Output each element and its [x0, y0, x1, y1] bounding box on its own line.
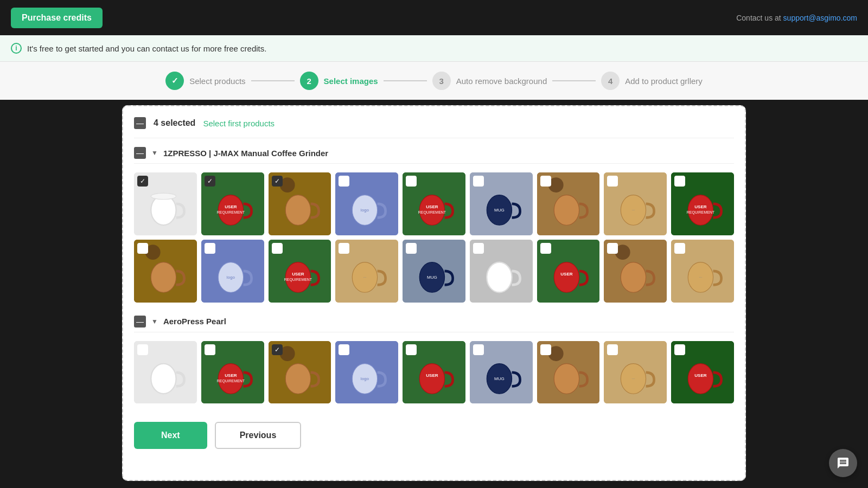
image-item[interactable]: USER REQUIREMENT — [201, 341, 264, 404]
image-checkbox[interactable] — [339, 344, 349, 355]
image-item[interactable] — [470, 240, 533, 303]
image-checkbox[interactable] — [205, 176, 215, 187]
image-item[interactable] — [134, 240, 197, 303]
image-checkbox[interactable] — [473, 344, 484, 355]
svg-point-49 — [554, 262, 579, 292]
product-header-2: — ▼ AeroPress Pearl — [134, 316, 734, 332]
image-item[interactable]: MUG — [470, 172, 533, 235]
image-item[interactable]: USER REQUIREMENT — [269, 240, 331, 303]
image-item[interactable] — [269, 341, 331, 404]
image-checkbox[interactable] — [272, 344, 283, 355]
contact-info: Contact us at support@asgimo.com — [736, 14, 857, 22]
image-checkbox[interactable] — [607, 344, 618, 355]
svg-text:USER: USER — [694, 204, 707, 209]
image-item[interactable] — [134, 172, 197, 235]
image-item[interactable]: ··· — [604, 172, 667, 235]
step-2-label: Select images — [324, 76, 378, 86]
next-button[interactable]: Next — [134, 422, 207, 449]
step-3-circle: 3 — [432, 72, 451, 90]
svg-text:···: ··· — [363, 275, 367, 279]
image-item[interactable] — [537, 172, 600, 235]
image-item[interactable] — [134, 341, 197, 404]
image-checkbox[interactable] — [607, 243, 618, 254]
product-1-toggle-button[interactable]: — — [134, 147, 146, 159]
image-item[interactable] — [537, 341, 600, 404]
product-1-image-grid-row2: logo USER REQUIREMENT — [134, 240, 734, 303]
step-4-label: Add to product grllery — [625, 76, 703, 86]
image-item[interactable] — [604, 240, 667, 303]
main-content: — 4 selected Select first products — ▼ 1… — [0, 100, 868, 486]
svg-point-2 — [151, 193, 176, 200]
image-checkbox[interactable] — [272, 243, 283, 254]
image-checkbox[interactable] — [137, 176, 148, 187]
image-item[interactable]: ··· — [335, 240, 398, 303]
image-checkbox[interactable] — [339, 243, 349, 254]
image-checkbox[interactable] — [674, 344, 685, 355]
image-checkbox[interactable] — [406, 243, 417, 254]
image-checkbox[interactable] — [137, 243, 148, 254]
image-item[interactable]: USER — [537, 240, 600, 303]
image-checkbox[interactable] — [540, 344, 551, 355]
svg-point-8 — [285, 195, 310, 226]
image-item[interactable]: USER REQUIREMENT — [671, 172, 734, 235]
chat-button[interactable] — [829, 449, 857, 477]
selection-bar: — 4 selected Select first products — [134, 117, 734, 138]
svg-text:MUG: MUG — [427, 275, 437, 280]
image-checkbox[interactable] — [473, 176, 484, 187]
image-checkbox[interactable] — [406, 176, 417, 187]
svg-text:REQUIREMENT: REQUIREMENT — [284, 278, 312, 282]
chevron-down-icon-2: ▼ — [151, 318, 158, 325]
image-checkbox[interactable] — [674, 243, 685, 254]
svg-text:MUG: MUG — [494, 208, 505, 213]
svg-text:···: ··· — [632, 376, 635, 380]
svg-text:USER: USER — [426, 373, 438, 378]
image-checkbox[interactable] — [540, 176, 551, 187]
image-item[interactable]: USER — [671, 341, 734, 404]
select-first-products-link[interactable]: Select first products — [203, 119, 275, 128]
image-checkbox[interactable] — [540, 243, 551, 254]
svg-text:REQUIREMENT: REQUIREMENT — [418, 210, 446, 215]
product-2-toggle-button[interactable]: — — [134, 316, 146, 328]
image-item[interactable]: MUG — [470, 341, 533, 404]
info-icon: i — [11, 43, 22, 54]
image-item[interactable]: USER — [403, 341, 465, 404]
image-checkbox[interactable] — [607, 176, 618, 187]
image-checkbox[interactable] — [272, 176, 283, 187]
header: Purchase credits Contact us at support@a… — [0, 0, 868, 35]
image-item[interactable]: logo — [335, 341, 398, 404]
image-item[interactable]: logo — [201, 240, 264, 303]
svg-text:logo: logo — [361, 376, 369, 381]
selected-count: 4 selected — [154, 118, 195, 128]
image-checkbox[interactable] — [205, 344, 215, 355]
bottom-navigation: Next Previous — [134, 416, 734, 449]
image-checkbox[interactable] — [137, 344, 148, 355]
step-4: 4 Add to product grllery — [601, 72, 703, 90]
contact-email-link[interactable]: support@asgimo.com — [783, 14, 857, 22]
chevron-down-icon-1: ▼ — [151, 149, 158, 157]
image-checkbox[interactable] — [205, 243, 215, 254]
svg-point-70 — [419, 363, 444, 394]
svg-text:logo: logo — [227, 275, 235, 280]
purchase-credits-button[interactable]: Purchase credits — [11, 8, 103, 28]
image-checkbox[interactable] — [339, 176, 349, 187]
svg-point-64 — [285, 363, 310, 394]
svg-text:USER: USER — [426, 204, 438, 209]
product-section-2: — ▼ AeroPress Pearl — [134, 316, 734, 404]
deselect-all-button[interactable]: — — [134, 117, 146, 129]
image-item[interactable]: logo — [335, 172, 398, 235]
image-checkbox[interactable] — [473, 243, 484, 254]
step-2: 2 Select images — [300, 72, 378, 90]
image-item[interactable]: USER REQUIREMENT — [403, 172, 465, 235]
image-item[interactable]: ··· — [671, 240, 734, 303]
image-item[interactable] — [269, 172, 331, 235]
image-item[interactable]: MUG — [403, 240, 465, 303]
step-1: ✓ Select products — [165, 72, 245, 90]
previous-button[interactable]: Previous — [215, 422, 302, 449]
content-box: — 4 selected Select first products — ▼ 1… — [122, 105, 746, 481]
image-item[interactable]: ··· — [604, 341, 667, 404]
svg-text:···: ··· — [699, 275, 703, 279]
image-checkbox[interactable] — [406, 344, 417, 355]
image-checkbox[interactable] — [674, 176, 685, 187]
svg-text:USER: USER — [560, 272, 573, 277]
image-item[interactable]: USER REQUIREMENT — [201, 172, 264, 235]
